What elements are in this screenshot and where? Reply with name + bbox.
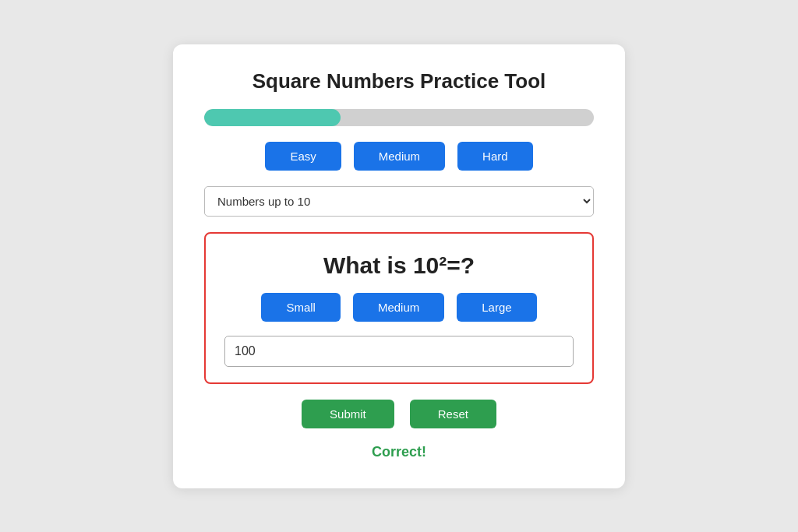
size-medium-button[interactable]: Medium	[353, 293, 444, 322]
feedback-text: Correct!	[372, 444, 426, 460]
reset-button[interactable]: Reset	[410, 400, 496, 428]
size-small-button[interactable]: Small	[261, 293, 341, 322]
difficulty-medium-button[interactable]: Medium	[354, 142, 445, 171]
action-buttons: Submit Reset	[302, 400, 496, 428]
difficulty-easy-button[interactable]: Easy	[265, 142, 341, 171]
page-title: Square Numbers Practice Tool	[252, 69, 546, 93]
answer-input[interactable]	[224, 336, 574, 367]
question-box: What is 10²=? Small Medium Large	[204, 232, 594, 384]
progress-bar-container	[204, 109, 594, 126]
range-select[interactable]: Numbers up to 5 Numbers up to 10 Numbers…	[204, 186, 594, 217]
difficulty-hard-button[interactable]: Hard	[457, 142, 533, 171]
main-card: Square Numbers Practice Tool Easy Medium…	[173, 44, 625, 488]
size-buttons: Small Medium Large	[261, 293, 536, 322]
question-text: What is 10²=?	[323, 252, 475, 279]
submit-button[interactable]: Submit	[302, 400, 394, 428]
difficulty-buttons: Easy Medium Hard	[265, 142, 532, 171]
progress-bar-fill	[204, 109, 341, 126]
size-large-button[interactable]: Large	[457, 293, 536, 322]
